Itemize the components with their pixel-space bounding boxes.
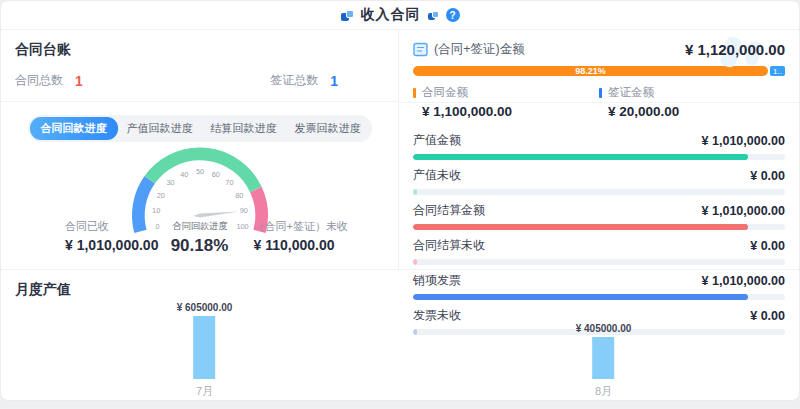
bar	[592, 337, 614, 379]
metric-bar-fill	[413, 189, 417, 195]
page-header: 收入合同 ?	[1, 1, 799, 30]
gauge-tick-label: 10	[152, 206, 160, 215]
legend-marker	[413, 88, 416, 98]
metric-value: ¥ 0.00	[750, 239, 785, 253]
stat-0: 合同总数1	[15, 72, 83, 89]
contract-doc-icon-small	[428, 11, 439, 20]
stat-value: 1	[330, 73, 338, 89]
gauge-tick-label: 50	[195, 167, 203, 176]
metric-value: ¥ 0.00	[750, 169, 785, 183]
legend-label: 合同金额	[422, 85, 468, 100]
metric-label: 合同结算未收	[413, 237, 485, 254]
metric-label: 产值金额	[413, 132, 461, 149]
tab-3[interactable]: 发票回款进度	[286, 117, 370, 140]
metric-label: 产值未收	[413, 167, 461, 184]
metric-value: ¥ 1,010,000.00	[702, 204, 785, 218]
unreceived-value: ¥ 110,000.00	[254, 237, 348, 253]
ledger-title: 合同台账	[15, 41, 384, 59]
gauge-tick-label: 100	[236, 222, 248, 231]
contract-ledger-panel: 合同台账 合同总数1签证总数1 合同回款进度产值回款进度结算回款进度发票回款进度…	[1, 30, 399, 269]
help-icon[interactable]: ?	[446, 8, 460, 22]
legend-value: ¥ 20,000.00	[608, 104, 785, 119]
legend-label: 签证金额	[608, 85, 654, 100]
gauge-tick-label: 60	[211, 170, 219, 179]
gauge-tick-label: 80	[235, 191, 243, 200]
tab-0[interactable]: 合同回款进度	[30, 117, 118, 140]
monthly-bar-chart: ¥ 605000.007月¥ 405000.008月	[1, 299, 799, 401]
stat-1: 签证总数1	[270, 72, 338, 89]
contract-visa-stacked-bar: 98.21% 1..	[413, 66, 785, 76]
summary-total: ¥ 1,120,000.00	[685, 41, 785, 58]
metric-label: 合同结算金额	[413, 202, 485, 219]
amount-summary-panel: (合同+签证)金额 ¥ 1,120,000.00 98.21% 1.. 合同金额…	[399, 30, 799, 269]
gauge-needle	[193, 212, 239, 218]
monthly-output-panel: 月度产值 ¥ 605000.007月¥ 405000.008月	[1, 269, 799, 400]
monthly-chart-title: 月度产值	[1, 281, 799, 299]
unreceived-amount-block: （合同+签证）未收 ¥ 110,000.00	[254, 219, 348, 253]
bar	[193, 316, 215, 379]
bar-value-label: ¥ 605000.00	[177, 302, 233, 313]
visa-amount-segment: 1..	[770, 66, 785, 76]
metric-row-3: 合同结算未收¥ 0.00	[413, 237, 785, 265]
metric-bar-track	[413, 259, 785, 265]
metric-bar-track	[413, 154, 785, 160]
ledger-book-icon	[413, 42, 428, 57]
stat-label: 签证总数	[270, 72, 318, 89]
unreceived-label: （合同+签证）未收	[254, 219, 348, 234]
metric-bar-fill	[413, 224, 748, 230]
tab-1[interactable]: 产值回款进度	[118, 117, 202, 140]
legend-marker	[599, 88, 602, 98]
received-value: ¥ 1,010,000.00	[65, 237, 158, 253]
bar-category-label: 7月	[196, 384, 213, 399]
metric-value: ¥ 1,010,000.00	[702, 134, 785, 148]
progress-tab-group: 合同回款进度产值回款进度结算回款进度发票回款进度	[28, 115, 372, 142]
metric-row-0: 产值金额¥ 1,010,000.00	[413, 132, 785, 160]
received-label: 合同已收	[65, 219, 158, 234]
metric-bar-fill	[413, 259, 417, 265]
contract-amount-segment: 98.21%	[413, 66, 768, 76]
page-title: 收入合同	[361, 6, 421, 24]
metric-row-2: 合同结算金额¥ 1,010,000.00	[413, 202, 785, 230]
bar-value-label: ¥ 405000.00	[576, 323, 632, 334]
gauge-tick-label: 20	[156, 191, 164, 200]
ledger-stats: 合同总数1签证总数1	[15, 72, 384, 89]
metric-bar-track	[413, 224, 785, 230]
gauge-label: 合同回款进度	[172, 220, 228, 231]
gauge-tick-label: 30	[166, 178, 174, 187]
metric-bar-fill	[413, 154, 748, 160]
contract-doc-icon	[341, 10, 354, 21]
metric-row-1: 产值未收¥ 0.00	[413, 167, 785, 195]
gauge-tick-label: 40	[180, 170, 188, 179]
metric-bar-track	[413, 189, 785, 195]
dashboard-card: 收入合同 ? 合同台账 合同总数1签证总数1 合同回款进度产值回款进度结算回款进…	[0, 0, 800, 401]
received-amount-block: 合同已收 ¥ 1,010,000.00	[65, 219, 158, 253]
legend-value: ¥ 1,100,000.00	[422, 104, 599, 119]
gauge-tick-label: 70	[225, 178, 233, 187]
stat-value: 1	[75, 73, 83, 89]
tab-2[interactable]: 结算回款进度	[202, 117, 286, 140]
bar-category-label: 8月	[595, 384, 612, 399]
bar-group-8月: ¥ 405000.008月	[576, 323, 632, 399]
gauge-tick-label: 90	[239, 206, 247, 215]
bar-group-7月: ¥ 605000.007月	[177, 302, 233, 399]
stat-label: 合同总数	[15, 72, 63, 89]
summary-title: (合同+签证)金额	[434, 41, 525, 58]
